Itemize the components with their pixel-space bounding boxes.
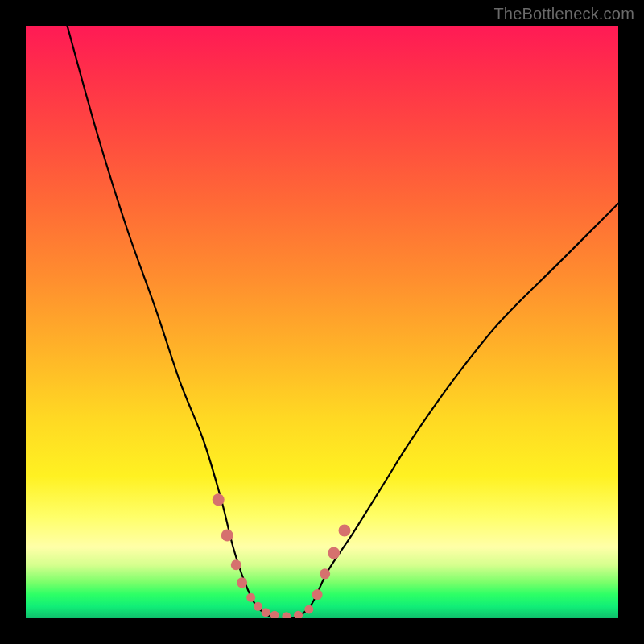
watermark-text: TheBottleneck.com [493, 5, 634, 23]
curve-marker [304, 605, 313, 613]
chart-svg [26, 26, 618, 618]
curve-marker [213, 493, 225, 506]
curve-marker [237, 577, 247, 588]
curve-marker [231, 559, 242, 570]
curve-marker [312, 589, 323, 600]
curve-marker [282, 612, 291, 618]
curve-marker [221, 529, 233, 541]
curve-marker [294, 611, 303, 618]
curve-marker [246, 593, 255, 602]
plot-area [26, 26, 618, 618]
curve-marker [254, 602, 262, 611]
curve-marker [328, 547, 340, 559]
curve-marker [320, 568, 330, 579]
curve-marker [338, 525, 350, 537]
marker-group [213, 493, 351, 618]
curve-marker [262, 608, 270, 617]
outer-frame: TheBottleneck.com [0, 0, 644, 644]
curve-marker [270, 611, 279, 618]
